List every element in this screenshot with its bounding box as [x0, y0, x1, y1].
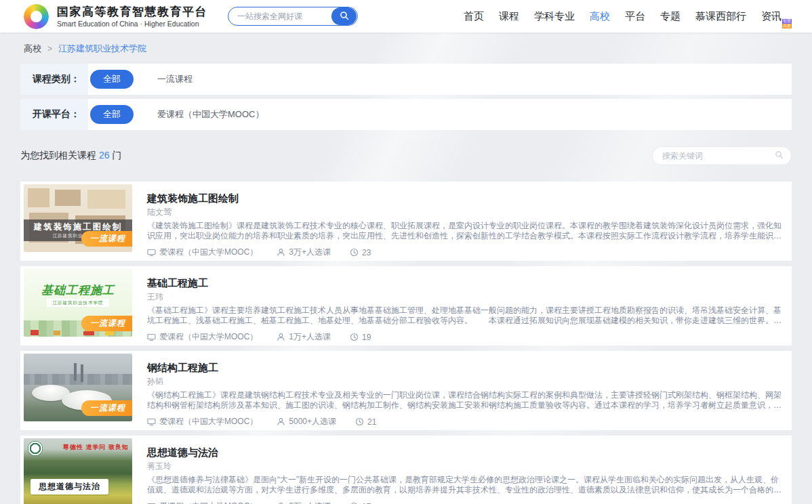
breadcrumb: 高校 > 江苏建筑职业技术学院	[0, 33, 812, 64]
course-info: 建筑装饰施工图绘制陆文莺《建筑装饰施工图绘制》课程是建筑装饰工程技术专业的核心课…	[132, 184, 785, 258]
filter-row-platform: 开课平台： 全部 爱课程（中国大学MOOC）	[20, 99, 792, 130]
page-title: 国家高等教育智慧教育平台	[57, 5, 207, 19]
stat-item: 爱课程（中国大学MOOC）	[147, 331, 258, 343]
filter-row-course-category: 课程类别： 全部 一流课程	[20, 64, 792, 95]
course-hours: 17	[362, 502, 371, 504]
results-bar: 为您找到相关课程26门	[20, 146, 792, 165]
breadcrumb-root[interactable]: 高校	[24, 43, 41, 55]
stat-item: 3万+人选课	[277, 501, 331, 504]
nav-item-courses[interactable]: 课程	[499, 10, 519, 23]
filter-option-first-class[interactable]: 一流课程	[157, 73, 192, 85]
course-teacher: 孙韬	[147, 376, 782, 387]
course-stats: 爱课程（中国大学MOOC）3万+人选课23	[147, 247, 782, 258]
thumb-motto: 尊德性 道学问 致良知	[63, 443, 129, 452]
results-count-text: 为您找到相关课程26门	[20, 150, 122, 162]
course-thumbnail[interactable]: 基础工程施工江苏建筑职业技术学院一流课程	[24, 269, 132, 337]
stat-item: 1万+人选课	[277, 331, 331, 343]
course-platform: 爱课程（中国大学MOOC）	[159, 331, 258, 343]
stat-item: 5000+人选课	[277, 416, 336, 427]
course-hours: 23	[362, 248, 371, 257]
course-card[interactable]: 一流课程钢结构工程施工孙韬《钢结构工程施工》课程是建筑钢结构工程技术专业及相关专…	[20, 351, 792, 430]
global-search-button[interactable]	[331, 7, 357, 25]
course-title[interactable]: 基础工程施工	[147, 277, 782, 289]
nav-item-news[interactable]: 资讯	[761, 10, 781, 23]
filter-options: 全部 一流课程	[88, 64, 192, 95]
course-title[interactable]: 建筑装饰施工图绘制	[147, 192, 782, 205]
first-class-badge: 一流课程	[81, 316, 132, 331]
course-teacher: 陆文莺	[147, 207, 782, 217]
global-search-input[interactable]	[228, 12, 331, 21]
course-thumbnail[interactable]: 一流课程	[24, 354, 132, 421]
filter-option-icourse[interactable]: 爱课程（中国大学MOOC）	[157, 108, 264, 121]
course-description: 《建筑装饰施工图绘制》课程是建筑装饰工程技术专业的核心课程、职业拓展课程，是室内…	[147, 221, 782, 241]
nav-item-universities[interactable]: 高校	[590, 10, 610, 23]
thumb-overlay-title: 建筑装饰施工图绘制	[34, 222, 123, 232]
course-card[interactable]: 建筑装饰施工图绘制江苏建筑职业技术学院一流课程建筑装饰施工图绘制陆文莺《建筑装饰…	[20, 182, 792, 261]
course-info: 钢结构工程施工孙韬《钢结构工程施工》课程是建筑钢结构工程技术专业及相关专业的一门…	[132, 354, 785, 427]
person-icon	[277, 248, 285, 257]
platform-logo-icon[interactable]	[24, 4, 49, 29]
thumb-course-label: 思想道德与法治	[31, 479, 108, 495]
course-title[interactable]: 钢结构工程施工	[147, 362, 782, 374]
course-description: 《钢结构工程施工》课程是建筑钢结构工程技术专业及相关专业的一门职业岗位课，课程结…	[147, 390, 782, 411]
search-icon	[775, 150, 784, 162]
results-count: 26	[99, 150, 110, 161]
course-card[interactable]: 基础工程施工江苏建筑职业技术学院一流课程基础工程施工王玮《基础工程施工》课程主要…	[20, 266, 792, 345]
clock-icon	[350, 333, 359, 341]
nav-item-home[interactable]: 首页	[464, 10, 484, 23]
course-teacher: 王玮	[147, 291, 782, 302]
first-class-badge: 一流课程	[81, 231, 132, 247]
platform-icon	[147, 333, 156, 341]
course-list: 建筑装饰施工图绘制江苏建筑职业技术学院一流课程建筑装饰施工图绘制陆文莺《建筑装饰…	[20, 182, 792, 504]
course-description: 《基础工程施工》课程主要培养建筑工程施工技术人员从事地基基础施工管理、处理地基基…	[147, 306, 782, 326]
stat-item: 23	[350, 248, 371, 257]
course-thumbnail[interactable]: 尊德性 道学问 致良知思想道德与法治	[24, 438, 132, 504]
course-hours: 19	[362, 333, 371, 342]
course-enrollment: 5000+人选课	[289, 416, 336, 427]
stat-item: 爱课程（中国大学MOOC）	[147, 416, 258, 427]
course-enrollment: 3万+人选课	[289, 247, 331, 258]
thumb-skyline	[24, 374, 132, 385]
stat-item: 爱课程（中国大学MOOC）	[147, 247, 258, 258]
platform-icon	[147, 417, 156, 426]
thumb-school-banner: 江苏建筑职业技术学院	[47, 299, 109, 307]
filter-option-all[interactable]: 全部	[90, 105, 134, 124]
search-icon	[340, 11, 349, 22]
stat-item: 爱课程（中国大学MOOC）	[147, 501, 258, 504]
course-enrollment: 3万+人选课	[289, 501, 331, 504]
breadcrumb-current[interactable]: 江苏建筑职业技术学院	[58, 43, 146, 55]
course-card[interactable]: 尊德性 道学问 致良知思想道德与法治思想道德与法治蒋玉玲《思想道德修养与法律基础…	[20, 436, 792, 504]
course-info: 基础工程施工王玮《基础工程施工》课程主要培养建筑工程施工技术人员从事地基基础施工…	[132, 269, 785, 343]
person-icon	[277, 417, 285, 426]
course-description: 《思想道德修养与法律基础》是面向“大一”新生开设的一门公共基础课，是教育部规定大…	[147, 475, 782, 495]
chevron-right-icon: >	[47, 44, 52, 54]
filter-option-all[interactable]: 全部	[90, 70, 134, 89]
course-platform: 爱课程（中国大学MOOC）	[159, 501, 258, 504]
stat-item: 21	[355, 417, 376, 427]
nav-item-topics[interactable]: 专题	[660, 10, 681, 23]
filter-label: 开课平台：	[20, 99, 88, 130]
course-thumbnail[interactable]: 建筑装饰施工图绘制江苏建筑职业技术学院一流课程	[24, 184, 132, 252]
keyword-search-input[interactable]	[662, 151, 775, 161]
course-platform: 爱课程（中国大学MOOC）	[159, 247, 258, 258]
global-search	[228, 7, 358, 26]
course-teacher: 蒋玉玲	[147, 461, 782, 471]
nav-item-platform[interactable]: 平台	[625, 10, 645, 23]
clock-icon	[350, 248, 359, 257]
nav-item-mooc-west[interactable]: 慕课西部行	[695, 10, 746, 23]
app-header: 智慧 高教 国家高等教育智慧教育平台 Smart Education of Ch…	[0, 0, 812, 33]
course-stats: 爱课程（中国大学MOOC）1万+人选课19	[147, 331, 782, 343]
course-info: 思想道德与法治蒋玉玲《思想道德修养与法律基础》是面向“大一”新生开设的一门公共基…	[132, 438, 785, 504]
nav-item-subjects[interactable]: 学科专业	[534, 10, 575, 23]
thumb-towers	[74, 363, 77, 381]
logo-badge: 智慧 高教	[782, 19, 792, 28]
stat-item: 3万+人选课	[277, 247, 331, 258]
course-platform: 爱课程（中国大学MOOC）	[159, 416, 258, 427]
page-subtitle: Smart Education of China · Higher Educat…	[57, 20, 207, 28]
course-enrollment: 1万+人选课	[289, 331, 331, 343]
course-title[interactable]: 思想道德与法治	[147, 446, 782, 459]
keyword-search	[652, 146, 792, 165]
person-icon	[277, 333, 285, 341]
school-logo-icon	[28, 441, 43, 456]
main-nav: 首页课程学科专业高校平台专题慕课西部行资讯	[464, 10, 781, 23]
